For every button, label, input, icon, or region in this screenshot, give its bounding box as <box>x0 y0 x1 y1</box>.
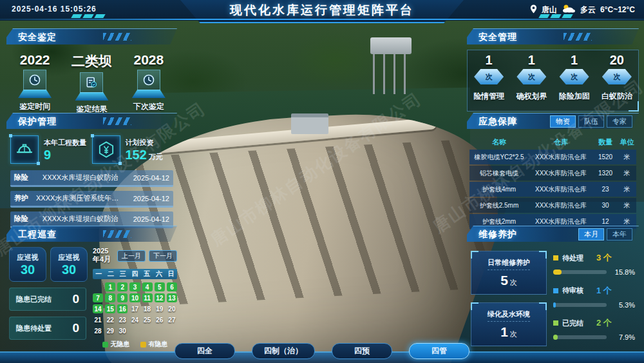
legend-label: 无隐患 <box>111 340 130 349</box>
nav-button-四管[interactable]: 四管 <box>409 343 469 359</box>
legend-item: 有隐患 <box>140 340 168 349</box>
stat-label: 计划投资 <box>126 138 163 148</box>
tab-专家[interactable]: 专家 <box>607 115 632 128</box>
calendar-day[interactable]: 10 <box>129 293 140 302</box>
supplies-table-row[interactable]: 护套线4mmXXX水库防汛仓库23米 <box>469 182 636 197</box>
calendar-day[interactable]: 21 <box>93 315 103 324</box>
table-cell: XXX水库防汛仓库 <box>529 201 593 210</box>
stat-value: 30 <box>21 262 35 277</box>
weekday-label: 五 <box>141 270 153 279</box>
nav-button-四全[interactable]: 四全 <box>175 343 235 359</box>
temperature-label: 6°C~12°C <box>600 5 635 14</box>
calendar-day[interactable]: 2 <box>117 282 128 291</box>
calendar-day[interactable]: 29 <box>105 326 115 335</box>
calendar-legend: 无隐患有隐患 <box>93 340 177 349</box>
table-cell: 护套线4mm <box>469 185 529 194</box>
record-name: XXXX水库堤坝白蚁防治 <box>36 173 124 182</box>
tab-队伍[interactable]: 队伍 <box>578 115 604 128</box>
legend-swatch <box>140 342 146 348</box>
protection-record-row[interactable]: 养护XXXX水库测压管系统年度...2025-04-12 <box>10 191 173 208</box>
checklist-icon <box>75 72 108 101</box>
calendar-day[interactable]: 6 <box>167 282 177 291</box>
legend-item: 无隐患 <box>102 340 130 349</box>
calendar-day[interactable]: 16 <box>117 304 128 313</box>
status-label: 待处理 <box>562 253 583 263</box>
panel-title: 保护管理 <box>6 116 57 126</box>
clock-icon <box>132 70 166 98</box>
calendar-day[interactable]: 1 <box>105 282 115 291</box>
calendar-day[interactable]: 25 <box>142 315 153 324</box>
column-header: 仓库 <box>529 137 593 147</box>
item-value: 1 <box>528 53 535 68</box>
table-cell: 橡胶电缆YC2*2.5 <box>469 153 529 162</box>
table-cell: 米 <box>618 153 636 162</box>
inspection-wide-stat: 隐患已完结0 <box>9 288 86 311</box>
calendar-day[interactable]: 20 <box>167 304 177 313</box>
calendar-day[interactable]: 4 <box>142 282 153 291</box>
table-cell: 1520 <box>593 153 618 161</box>
panel-title: 工程巡查 <box>6 229 57 239</box>
tab-本月[interactable]: 本月 <box>578 228 604 240</box>
status-swatch <box>553 288 558 293</box>
table-cell: XXX水库防汛仓库 <box>529 153 593 162</box>
tab-物资[interactable]: 物资 <box>550 115 576 128</box>
calendar-day[interactable]: 8 <box>105 293 115 302</box>
calendar-day[interactable]: 24 <box>129 315 140 324</box>
calendar-day[interactable]: 22 <box>105 315 115 324</box>
next-month-button[interactable]: 下一月 <box>149 250 177 262</box>
calendar-day[interactable]: 13 <box>167 293 177 302</box>
progress-row: 待审核1 个5.3% <box>553 285 635 309</box>
emergency-tabs: 物资队伍专家 <box>550 115 632 128</box>
panel-title: 安全鉴定 <box>6 32 57 42</box>
table-header-row: 名称仓库数量单位 <box>469 135 636 148</box>
item-value: 1 <box>486 53 493 68</box>
progress-percent: 5.3% <box>611 301 635 309</box>
empty-day-cell <box>93 282 103 291</box>
table-cell: 护套线2mm <box>469 217 529 226</box>
calendar-day[interactable]: 9 <box>117 293 128 302</box>
safety-mgmt-items: 1次险情管理1次确权划界1次除险加固20次白蚁防治 <box>467 50 639 112</box>
top-header: 2025-04-16 15:05:26 现代化水库运行管理矩阵平台 唐山 多云 … <box>0 0 644 21</box>
maintenance-progress: 待处理3 个15.8%待审核1 个5.3%已完结2 个7.9% <box>553 251 636 346</box>
protection-record-row[interactable]: 除险XXXX水库堤坝白蚁防治2025-04-12 <box>10 170 173 187</box>
status-label: 待审核 <box>562 286 583 295</box>
calendar-day[interactable]: 5 <box>155 282 165 291</box>
record-type: 除险 <box>14 173 36 182</box>
calendar-day[interactable]: 14 <box>93 304 103 313</box>
calendar-day[interactable]: 12 <box>155 293 165 302</box>
appraisal-item: 2028下次鉴定 <box>120 52 176 112</box>
calendar-day[interactable]: 18 <box>142 304 153 313</box>
calendar-day[interactable]: 19 <box>155 304 165 313</box>
calendar-day[interactable]: 15 <box>105 304 115 313</box>
inspection-mini-stat: 应巡视30 <box>50 247 88 282</box>
calendar-day[interactable]: 27 <box>167 315 177 324</box>
tab-本年[interactable]: 本年 <box>607 228 632 240</box>
hexagon-pedestal: 次 <box>474 69 504 84</box>
weather-block: 唐山 多云 6°C~12°C <box>530 4 635 15</box>
supplies-table-row[interactable]: 铝芯橡套电缆XXX水库防汛仓库1320米 <box>469 166 636 181</box>
calendar-day[interactable]: 3 <box>129 282 140 291</box>
appraisal-value: 2028 <box>133 52 164 68</box>
nav-button-四制（治）[interactable]: 四制（治） <box>252 343 315 359</box>
prev-month-button[interactable]: 上一月 <box>117 250 146 262</box>
stat-label: 应巡视 <box>59 253 80 262</box>
calendar-day[interactable]: 23 <box>117 315 128 324</box>
location-label: 唐山 <box>542 5 557 15</box>
supplies-table-row[interactable]: 护套线2.5mmXXX水库防汛仓库30米 <box>469 198 636 213</box>
item-label: 除险加固 <box>559 91 590 102</box>
stat-label: 隐患已完结 <box>16 295 52 304</box>
safety-mgmt-item: 20次白蚁防治 <box>596 53 638 102</box>
table-cell: 铝芯橡套电缆 <box>469 169 529 178</box>
calendar-day[interactable]: 30 <box>117 326 128 335</box>
panel-safety-appraisal: 安全鉴定 2022鉴定时间二类坝鉴定结果2028下次鉴定 <box>6 28 177 110</box>
supplies-table-row[interactable]: 橡胶电缆YC2*2.5XXX水库防汛仓库1520米 <box>469 150 636 164</box>
record-type: 养护 <box>14 193 36 203</box>
stat-value: 30 <box>62 262 76 277</box>
calendar-day[interactable]: 17 <box>129 304 140 313</box>
calendar-day[interactable]: 28 <box>93 326 103 335</box>
calendar-day[interactable]: 7 <box>93 293 103 302</box>
appraisal-label: 下次鉴定 <box>133 101 164 112</box>
calendar-day[interactable]: 26 <box>155 315 165 324</box>
calendar-day[interactable]: 11 <box>142 293 153 302</box>
nav-button-四预[interactable]: 四预 <box>332 343 392 359</box>
